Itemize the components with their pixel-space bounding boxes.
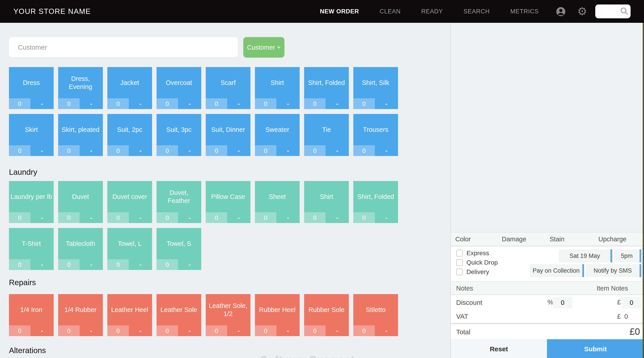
item-tile[interactable]: Pillow Case0- (206, 181, 250, 223)
item-tile[interactable]: Stiletto0- (353, 294, 398, 336)
item-count-button[interactable]: 0 (353, 145, 375, 156)
topbar-search-input[interactable] (597, 4, 621, 19)
item-count-button[interactable]: 0 (9, 259, 30, 270)
topbar-search-box[interactable] (595, 4, 630, 18)
item-tile[interactable]: Tablecloth0- (58, 228, 103, 270)
item-count-button[interactable]: 0 (107, 145, 129, 156)
item-tile[interactable]: 1/4 Iron0- (9, 294, 54, 336)
item-minus-button[interactable]: - (80, 212, 103, 223)
quick-drop-option[interactable]: Quick Drop (456, 258, 498, 266)
reset-button[interactable]: Reset (451, 339, 547, 358)
item-count-button[interactable]: 0 (156, 98, 178, 109)
item-minus-button[interactable]: - (326, 325, 349, 336)
item-minus-button[interactable]: - (326, 98, 349, 109)
item-minus-button[interactable]: - (129, 259, 152, 270)
item-minus-button[interactable]: - (129, 212, 152, 223)
item-count-button[interactable]: 0 (206, 325, 227, 336)
item-count-button[interactable]: 0 (9, 325, 30, 336)
item-count-button[interactable]: 0 (9, 212, 30, 223)
item-count-button[interactable]: 0 (58, 145, 80, 156)
item-minus-button[interactable]: - (276, 325, 300, 336)
item-count-button[interactable]: 0 (156, 325, 178, 336)
item-tile[interactable]: Shirt0- (255, 67, 300, 109)
user-account-icon[interactable] (556, 6, 566, 16)
submit-button[interactable]: Submit (547, 339, 644, 358)
customer-search-input[interactable] (9, 37, 238, 57)
tab-color[interactable]: Color (455, 232, 471, 246)
item-minus-button[interactable]: - (227, 145, 250, 156)
item-minus-button[interactable]: - (178, 259, 201, 270)
item-minus-button[interactable]: - (178, 98, 201, 109)
item-count-button[interactable]: 0 (353, 98, 375, 109)
item-tile[interactable]: Trousers0- (353, 114, 398, 156)
item-tile[interactable]: Duvet0- (58, 181, 103, 223)
item-count-button[interactable]: 0 (58, 212, 80, 223)
item-count-button[interactable]: 0 (107, 325, 129, 336)
item-tile[interactable]: Leather Heel0- (107, 294, 152, 336)
item-count-button[interactable]: 0 (9, 98, 30, 109)
item-minus-button[interactable]: - (227, 325, 250, 336)
item-minus-button[interactable]: - (375, 212, 398, 223)
express-option[interactable]: Express (456, 249, 489, 257)
item-count-button[interactable]: 0 (353, 325, 375, 336)
item-count-button[interactable]: 0 (353, 212, 375, 223)
item-tile[interactable]: Suit, 3pc0- (156, 114, 201, 156)
item-tile[interactable]: Suit, 2pc0- (107, 114, 152, 156)
nav-metrics[interactable]: METRICS (510, 8, 539, 15)
item-minus-button[interactable]: - (30, 259, 54, 270)
item-tile[interactable]: Shirt, Folded0- (304, 67, 349, 109)
item-tile[interactable]: Sweater0- (255, 114, 300, 156)
item-tile[interactable]: Skirt, pleated0- (58, 114, 103, 156)
notes-button[interactable]: Notes (456, 282, 473, 295)
item-minus-button[interactable]: - (129, 325, 152, 336)
item-count-button[interactable]: 0 (58, 325, 80, 336)
express-checkbox[interactable] (456, 250, 463, 256)
item-minus-button[interactable]: - (227, 212, 250, 223)
item-tile[interactable]: Towel, S0- (156, 228, 201, 270)
item-minus-button[interactable]: - (276, 212, 300, 223)
item-minus-button[interactable]: - (227, 98, 250, 109)
item-tile[interactable]: Leather Sole0- (156, 294, 201, 336)
item-count-button[interactable]: 0 (206, 212, 227, 223)
item-tile[interactable]: Sheet0- (255, 181, 300, 223)
item-minus-button[interactable]: - (30, 145, 54, 156)
quick-drop-checkbox[interactable] (456, 259, 463, 266)
item-tile[interactable]: Duvet cover0- (107, 181, 152, 223)
item-count-button[interactable]: 0 (58, 98, 80, 109)
nav-clean[interactable]: CLEAN (380, 8, 401, 15)
delivery-checkbox[interactable] (456, 268, 463, 275)
nav-search[interactable]: SEARCH (464, 8, 490, 15)
item-count-button[interactable]: 0 (255, 145, 276, 156)
item-tile[interactable]: T-Shirt0- (9, 228, 54, 270)
nav-new-order[interactable]: NEW ORDER (320, 8, 359, 15)
collection-time-button[interactable]: 5pm (614, 249, 641, 262)
item-tile[interactable]: Suit, Dinner0- (206, 114, 250, 156)
settings-gear-icon[interactable]: ⚙ (577, 6, 587, 17)
collection-date-button[interactable]: Sat 19 May (559, 249, 612, 262)
item-count-button[interactable]: 0 (107, 98, 129, 109)
item-count-button[interactable]: 0 (9, 145, 30, 156)
item-tile[interactable]: Duvet, Feather0- (156, 181, 201, 223)
item-tile[interactable]: Skirt0- (9, 114, 54, 156)
item-count-button[interactable]: 0 (255, 212, 276, 223)
item-minus-button[interactable]: - (178, 145, 201, 156)
discount-amount-input[interactable] (622, 297, 641, 308)
item-minus-button[interactable]: - (178, 325, 201, 336)
item-count-button[interactable]: 0 (206, 145, 227, 156)
item-minus-button[interactable]: - (375, 325, 398, 336)
item-count-button[interactable]: 0 (255, 98, 276, 109)
item-count-button[interactable]: 0 (156, 145, 178, 156)
item-minus-button[interactable]: - (326, 212, 349, 223)
item-count-button[interactable]: 0 (304, 212, 326, 223)
item-minus-button[interactable]: - (80, 145, 103, 156)
item-tile[interactable]: Laundry per lb0- (9, 181, 54, 223)
tab-damage[interactable]: Damage (502, 232, 526, 246)
tab-stain[interactable]: Stain (550, 232, 564, 246)
item-count-button[interactable]: 0 (107, 259, 129, 270)
item-minus-button[interactable]: - (30, 98, 54, 109)
item-minus-button[interactable]: - (80, 325, 103, 336)
item-count-button[interactable]: 0 (304, 145, 326, 156)
item-count-button[interactable]: 0 (304, 98, 326, 109)
item-count-button[interactable]: 0 (255, 325, 276, 336)
discount-percent-input[interactable] (553, 297, 572, 308)
